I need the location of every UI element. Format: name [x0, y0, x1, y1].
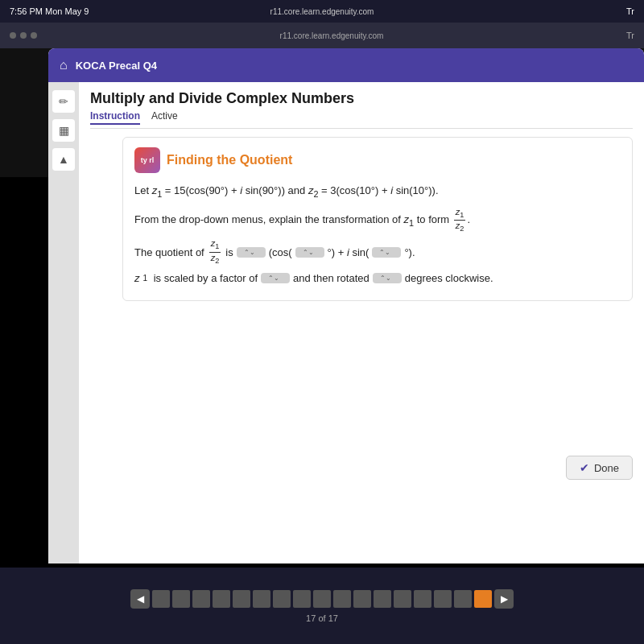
- browser-url: r11.core.learn.edgenuity.com: [280, 31, 384, 40]
- bottom-nav: ◀ ▶ 17 of 17: [0, 568, 644, 644]
- description-line2: From the drop-down menus, explain the tr…: [134, 207, 621, 233]
- status-time: 7:56 PM Mon May 9: [10, 6, 89, 16]
- nav-tile-8[interactable]: [293, 590, 311, 608]
- sin-angle-dropdown[interactable]: [372, 247, 401, 258]
- card: ty rl Finding the Quotient Let z1 = 15(c…: [122, 137, 633, 301]
- nav-tile-7[interactable]: [273, 590, 291, 608]
- scaled-row: z1 is scaled by a factor of and then rot…: [134, 272, 621, 284]
- cos-prefix: (cos(: [269, 246, 292, 258]
- done-label: Done: [594, 462, 619, 474]
- calculator-icon[interactable]: ▦: [52, 119, 75, 142]
- description-line1: Let z1 = 15(cos(90°) + i sin(90°)) and z…: [134, 181, 621, 202]
- tab-instruction[interactable]: Instruction: [90, 110, 140, 125]
- quotient-value-dropdown[interactable]: [237, 247, 266, 258]
- quotient-row: The quotient of z1 z2 is (cos( °) + i si…: [134, 238, 621, 265]
- url-bar: r11.core.learn.edgenuity.com: [270, 7, 374, 16]
- home-icon[interactable]: ⌂: [60, 58, 68, 72]
- cos-deg: °) + i sin(: [328, 246, 369, 258]
- scaled-then: and then rotated: [293, 272, 369, 284]
- quotient-prefix: The quotient of: [134, 246, 204, 258]
- nav-tile-11[interactable]: [353, 590, 371, 608]
- check-icon: ✔: [580, 461, 589, 474]
- card-logo-text: ty rl: [141, 157, 155, 164]
- cos-angle-dropdown[interactable]: [295, 247, 324, 258]
- sidebar: ✏ ▦ ▲: [48, 82, 79, 564]
- nav-tile-5[interactable]: [233, 590, 250, 608]
- browser-right: Tr: [626, 31, 634, 40]
- scaled-z1: z: [134, 272, 140, 284]
- nav-tile-12[interactable]: [374, 590, 391, 608]
- nav-tile-3[interactable]: [192, 590, 210, 608]
- scale-factor-dropdown[interactable]: [261, 273, 290, 283]
- nav-title: KOCA Precal Q4: [76, 60, 157, 72]
- degrees-clockwise: degrees clockwise.: [405, 272, 493, 284]
- nav-tile-14[interactable]: [414, 590, 431, 608]
- nav-tile-16[interactable]: [454, 590, 472, 608]
- nav-tile-9[interactable]: [313, 590, 331, 608]
- nav-tile-17[interactable]: [474, 590, 492, 608]
- status-right: Tr: [626, 6, 634, 16]
- next-arrow[interactable]: ▶: [494, 589, 514, 609]
- status-bar: 7:56 PM Mon May 9 r11.core.learn.edgenui…: [0, 0, 644, 23]
- prev-arrow[interactable]: ◀: [130, 589, 150, 609]
- nav-tiles: ◀ ▶: [130, 589, 514, 609]
- nav-tile-15[interactable]: [434, 590, 452, 608]
- main-content: ⌂ KOCA Precal Q4 ✏ ▦ ▲ Multiply and Divi…: [48, 48, 644, 564]
- browser-dots: [10, 32, 37, 39]
- nav-tile-1[interactable]: [152, 590, 170, 608]
- arrow-icon[interactable]: ▲: [52, 148, 75, 171]
- quotient-is: is: [225, 246, 233, 258]
- nav-tile-10[interactable]: [333, 590, 351, 608]
- rotation-dropdown[interactable]: [373, 273, 402, 283]
- browser-chrome: r11.core.learn.edgenuity.com Tr: [0, 23, 644, 48]
- page-title: Multiply and Divide Complex Numbers: [90, 90, 633, 107]
- page-counter: 17 of 17: [306, 613, 338, 623]
- pencil-icon[interactable]: ✏: [52, 90, 75, 113]
- tab-active[interactable]: Active: [151, 110, 178, 125]
- scaled-prefix: is scaled by a factor of: [151, 272, 258, 284]
- done-button[interactable]: ✔ Done: [566, 456, 633, 480]
- card-header: ty rl Finding the Quotient: [134, 147, 621, 173]
- nav-tile-4[interactable]: [213, 590, 230, 608]
- card-logo: ty rl: [134, 147, 160, 173]
- tabs: Instruction Active: [90, 110, 633, 129]
- nav-tile-13[interactable]: [394, 590, 411, 608]
- nav-tile-2[interactable]: [172, 590, 190, 608]
- card-title: Finding the Quotient: [167, 153, 292, 167]
- nav-tile-6[interactable]: [253, 590, 270, 608]
- nav-bar: ⌂ KOCA Precal Q4: [48, 48, 644, 82]
- content-body: Multiply and Divide Complex Numbers Inst…: [79, 82, 644, 309]
- sin-deg: °).: [404, 246, 415, 258]
- quotient-fraction: z1 z2: [209, 238, 221, 265]
